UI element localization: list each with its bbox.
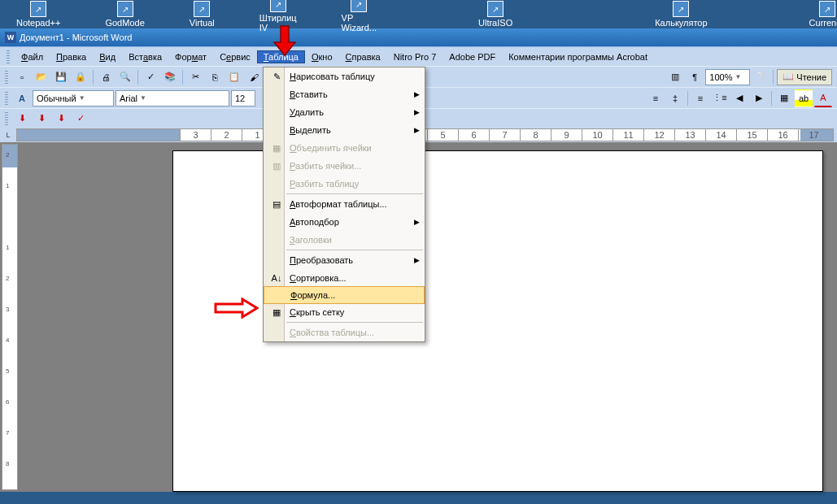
toolbar-grip[interactable]: [5, 71, 8, 84]
new-button[interactable]: ▫: [13, 68, 31, 86]
menu-item-label: Автоподбор: [286, 217, 408, 227]
menu-item-label: Выделить: [286, 125, 408, 135]
numbering-button[interactable]: ≡: [691, 89, 709, 107]
desktop-icon-notepad[interactable]: ↗Notepad++: [16, 1, 60, 28]
menu-item-нарисовать-таблицу[interactable]: ✎Нарисовать таблицу: [264, 67, 425, 85]
pdf-button-3[interactable]: ⬇: [52, 110, 70, 128]
titlebar: W Документ1 - Microsoft Word: [0, 28, 837, 46]
decrease-indent-button[interactable]: ◀: [730, 89, 748, 107]
pdf-button-2[interactable]: ⬇: [33, 110, 50, 128]
cut-button[interactable]: ✂: [186, 68, 204, 86]
menu-item-icon: ▦: [267, 307, 286, 318]
increase-indent-button[interactable]: ▶: [750, 89, 768, 107]
menu-item-разбить-таблицу: Разбить таблицу: [264, 175, 425, 193]
preview-button[interactable]: 🔍: [116, 68, 134, 86]
toolbar-grip[interactable]: [7, 50, 10, 63]
submenu-arrow-icon: ▶: [414, 126, 420, 134]
menu-файл[interactable]: Файл: [15, 50, 50, 63]
desktop-icon-godmode[interactable]: ↗GodMode: [105, 1, 144, 28]
copy-button[interactable]: ⎘: [206, 68, 224, 86]
menu-item-label: Формула...: [287, 290, 408, 300]
style-combo[interactable]: Обычный▼: [33, 90, 114, 106]
toolbar-grip[interactable]: [5, 92, 8, 105]
menu-комментарии-программы-acrobat[interactable]: Комментарии программы Acrobat: [502, 50, 654, 63]
submenu-arrow-icon: ▶: [414, 108, 420, 116]
desktop-icon-virtual[interactable]: ↗Virtual: [190, 1, 215, 28]
print-button[interactable]: 🖨: [97, 68, 115, 86]
word-icon: W: [5, 32, 16, 43]
menu-item-объединить-ячейки: ▦Объединить ячейки: [264, 139, 425, 157]
menu-item-label: Автоформат таблицы...: [286, 199, 408, 209]
desktop-icon-calculator[interactable]: ↗Калькулятор: [655, 1, 707, 28]
styles-button[interactable]: A: [13, 89, 31, 107]
paste-button[interactable]: 📋: [225, 68, 243, 86]
line-spacing-button[interactable]: ‡: [666, 89, 684, 107]
submenu-arrow-icon: ▶: [414, 218, 420, 226]
desktop-row: ↗Notepad++ ↗GodMode ↗Virtual ↗Штирлиц IV…: [0, 0, 837, 28]
menu-вид[interactable]: Вид: [93, 50, 122, 63]
format-painter-button[interactable]: 🖌: [245, 68, 263, 86]
menu-item-icon: ✎: [267, 72, 286, 82]
menu-item-label: Свойства таблицы...: [286, 328, 408, 337]
menu-item-преобразовать[interactable]: Преобразовать▶: [264, 251, 425, 269]
bullets-button[interactable]: ⋮≡: [711, 89, 729, 107]
menu-separator: [286, 250, 423, 250]
window-title: Документ1 - Microsoft Word: [20, 33, 132, 42]
menu-формат[interactable]: Формат: [168, 50, 213, 63]
menu-item-label: Преобразовать: [286, 255, 408, 265]
desktop-icon-currency[interactable]: ↗Currency: [809, 1, 837, 28]
menu-item-формула-[interactable]: Формула...: [264, 286, 425, 304]
desktop-icon-ultraiso[interactable]: ↗UltraISO: [478, 1, 512, 28]
menu-separator: [286, 193, 423, 194]
columns-button[interactable]: ▥: [666, 68, 684, 86]
zoom-combo[interactable]: 100%▼: [705, 69, 750, 85]
open-button[interactable]: 📂: [33, 68, 50, 86]
menu-item-автоформат-таблицы-[interactable]: ▤Автоформат таблицы...: [264, 195, 425, 213]
menu-item-label: Вставить: [286, 89, 408, 99]
menu-item-выделить[interactable]: Выделить▶: [264, 121, 425, 139]
borders-button[interactable]: ▦: [775, 89, 793, 107]
menu-nitro-pro-7[interactable]: Nitro Pro 7: [387, 50, 443, 63]
save-button[interactable]: 💾: [52, 68, 70, 86]
document-background: [18, 142, 837, 492]
menu-item-заголовки: Заголовки: [264, 231, 425, 249]
font-color-button[interactable]: A: [814, 89, 832, 107]
menu-item-скрыть-сетку[interactable]: ▦Скрыть сетку: [264, 303, 425, 321]
font-size-combo[interactable]: 12: [231, 90, 255, 106]
research-button[interactable]: 📚: [161, 68, 179, 86]
menu-вставка[interactable]: Вставка: [122, 50, 168, 63]
menu-item-label: Объединить ячейки: [286, 143, 408, 153]
show-marks-button[interactable]: ¶: [686, 68, 704, 86]
menu-adobe-pdf[interactable]: Adobe PDF: [442, 50, 502, 63]
menu-сервис[interactable]: Сервис: [213, 50, 257, 63]
align-justify-button[interactable]: ≡: [647, 89, 665, 107]
help-button[interactable]: ❔: [752, 68, 769, 86]
menu-item-label: Разбить ячейки...: [286, 161, 408, 171]
menu-item-удалить[interactable]: Удалить▶: [264, 103, 425, 121]
menu-item-icon: ▤: [267, 199, 286, 210]
spellcheck-button[interactable]: ✓: [142, 68, 159, 86]
reading-mode-button[interactable]: 📖 Чтение: [777, 69, 832, 85]
toolbar-grip[interactable]: [5, 112, 8, 125]
menu-справка[interactable]: Справка: [339, 50, 387, 63]
menu-окно[interactable]: Окно: [305, 50, 339, 63]
menu-item-разбить-ячейки-: ▥Разбить ячейки...: [264, 157, 425, 175]
pdf-button-4[interactable]: ✓: [72, 110, 89, 128]
menu-item-вставить[interactable]: Вставить▶: [264, 85, 425, 103]
menu-item-label: Скрыть сетку: [286, 307, 408, 317]
menu-item-сортировка-[interactable]: A↓Сортировка...: [264, 269, 425, 287]
highlight-button[interactable]: ab: [795, 89, 813, 107]
menu-item-label: Заголовки: [286, 235, 408, 245]
vertical-ruler[interactable]: 2112345678: [2, 144, 18, 490]
menu-item-icon: ▥: [267, 161, 286, 172]
menu-правка[interactable]: Правка: [50, 50, 93, 63]
desktop-icon-vpwizard[interactable]: ↗VP Wizard...: [342, 0, 377, 33]
submenu-arrow-icon: ▶: [414, 90, 420, 98]
font-combo[interactable]: Arial▼: [116, 90, 229, 106]
menu-item-label: Нарисовать таблицу: [286, 72, 408, 81]
menu-item-label: Разбить таблицу: [286, 179, 408, 189]
menu-separator: [286, 322, 423, 323]
permissions-button[interactable]: 🔒: [72, 68, 89, 86]
pdf-button-1[interactable]: ⬇: [13, 110, 31, 128]
menu-item-автоподбор[interactable]: Автоподбор▶: [264, 213, 425, 231]
